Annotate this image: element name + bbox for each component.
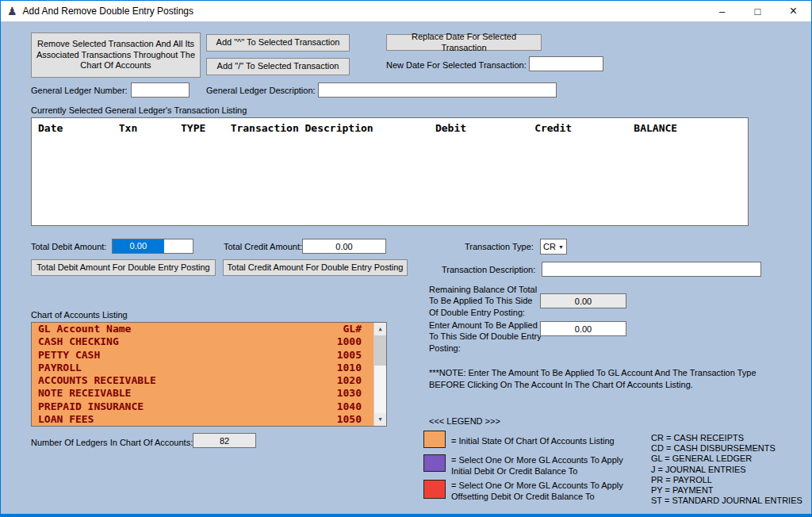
transaction-type-label: Transaction Type: [465,242,534,251]
chart-of-accounts-rows: GL Account Name GL# CASH CHECKING 1000 P… [32,323,373,426]
legend-label-initial-select: = Select One Or More GL Accounts To Appl… [451,454,627,477]
amount-to-apply-input[interactable] [540,321,626,336]
total-debit-posting-button[interactable]: Total Debit Amount For Double Entry Post… [31,259,216,276]
total-debit-value: 0.00 [113,239,164,253]
transaction-listing-label: Currently Selected General Ledger's Tran… [31,105,247,115]
legend-label-offset-select: = Select One Or More GL Accounts To Appl… [451,480,627,502]
total-credit-posting-button[interactable]: Total Credit Amount For Double Entry Pos… [223,259,408,276]
chart-of-accounts-listbox[interactable]: GL Account Name GL# CASH CHECKING 1000 P… [31,322,387,427]
transaction-type-select[interactable]: CR ▼ [540,239,567,255]
legend-label-initial: = Initial State Of Chart Of Accounts Lis… [451,435,634,446]
coa-account-number: 1020 [337,374,362,387]
transaction-type-value: CR [541,242,556,251]
coa-row[interactable]: ACCOUNTS RECEIVABLE 1020 [32,374,373,387]
amount-to-apply-label: Enter Amount To Be Applied To This Side … [429,320,546,354]
coa-header-number: GL# [343,323,362,335]
coa-account-name: PAYROLL [38,362,82,374]
coa-row[interactable]: NOTE RECEIVABLE 1030 [32,387,373,400]
remove-transaction-button[interactable]: Remove Selected Transaction And All Its … [31,33,201,78]
total-credit-label: Total Credit Amount: [224,242,302,251]
coa-row[interactable]: PETTY CASH 1005 [32,349,373,362]
coa-account-name: PREPAID INSURANCE [38,400,144,413]
coa-account-name: NOTE RECEIVABLE [38,387,131,400]
legend-swatch-initial [423,431,446,448]
coa-account-number: 1005 [337,349,362,362]
transaction-description-input[interactable] [542,262,761,277]
add-slash-button[interactable]: Add "/" To Selected Transaction [206,58,350,75]
legend-abbreviation: GL = GENERAL LEDGER [651,454,802,464]
close-button[interactable]: × [776,1,811,21]
coa-account-name: PETTY CASH [38,349,100,362]
app-window: ♟ Add And Remove Double Entry Postings –… [0,0,812,517]
legend-abbreviation: J = JOURNAL ENTRIES [651,465,802,475]
coa-account-number: 1050 [337,413,362,426]
form-body: Remove Selected Transaction And All Its … [1,21,811,514]
coa-header-name: GL Account Name [38,323,131,335]
title-bar: ♟ Add And Remove Double Entry Postings –… [1,1,811,21]
legend-abbreviations: CR = CASH RECEIPTS CD = CASH DISBURSEMEN… [651,433,802,506]
transaction-listbox[interactable]: Date Txn TYPE Transaction Description De… [31,117,749,226]
scroll-down-icon[interactable]: ▼ [374,413,386,426]
coa-row[interactable]: PAYROLL 1010 [32,362,373,374]
note-text: ***NOTE: Enter The Amount To Be Applied … [429,367,787,391]
ledger-count-input [193,433,256,448]
legend-swatch-offset-select [423,480,446,499]
new-date-input[interactable] [529,56,603,71]
coa-account-number: 1000 [337,335,362,348]
coa-account-number: 1040 [337,400,362,413]
coa-account-name: CASH CHECKING [38,335,119,348]
total-credit-input[interactable] [302,239,386,254]
coa-account-name: LOAN FEES [38,413,94,426]
replace-date-button[interactable]: Replace Date For Selected Transaction [386,34,542,51]
total-debit-label: Total Debit Amount: [31,242,106,251]
gl-number-label: General Ledger Number: [31,86,128,95]
add-caret-button[interactable]: Add "^" To Selected Transaction [206,34,350,52]
coa-row[interactable]: LOAN FEES 1050 [32,413,373,426]
gl-description-label: General Ledger Description: [206,86,316,95]
app-icon: ♟ [7,6,17,17]
remaining-balance-label: Remaining Balance Of Total To Be Applied… [429,284,542,318]
coa-row[interactable]: CASH CHECKING 1000 [32,335,373,348]
window-title: Add And Remove Double Entry Postings [23,6,193,17]
minimize-button[interactable]: – [704,1,740,21]
gl-description-input[interactable] [318,82,557,98]
new-date-label: New Date For Selected Transaction: [386,60,527,70]
legend-abbreviation: ST = STANDARD JOURNAL ENTRIES [651,496,802,506]
legend-title: <<< LEGEND >>> [429,416,500,426]
legend-swatch-initial-select [423,454,446,472]
coa-account-name: ACCOUNTS RECEIVABLE [38,374,156,387]
total-debit-input[interactable]: 0.00 [112,239,193,254]
coa-header-row: GL Account Name GL# [32,323,373,335]
transaction-description-label: Transaction Description: [442,265,535,274]
legend-abbreviation: CD = CASH DISBURSEMENTS [651,443,802,454]
chevron-down-icon[interactable]: ▼ [556,244,566,250]
legend-abbreviation: PY = PAYMENT [651,485,802,496]
coa-row[interactable]: PREPAID INSURANCE 1040 [32,400,373,413]
maximize-button[interactable]: □ [740,1,776,21]
transaction-listbox-header: Date Txn TYPE Transaction Description De… [32,118,748,134]
coa-account-number: 1010 [337,362,362,374]
ledger-count-label: Number Of Ledgers In Chart Of Accounts: [31,438,193,447]
chart-of-accounts-label: Chart of Accounts Listing [31,310,128,320]
scrollbar-thumb[interactable] [374,335,386,366]
remaining-balance-input [540,293,626,308]
coa-scrollbar[interactable]: ▲ ▼ [373,323,386,426]
gl-number-input[interactable] [131,82,190,98]
coa-account-number: 1030 [337,387,362,400]
legend-abbreviation: PR = PAYROLL [651,475,802,485]
legend-abbreviation: CR = CASH RECEIPTS [651,433,802,443]
window-controls: – □ × [704,1,811,21]
scroll-up-icon[interactable]: ▲ [374,323,386,335]
